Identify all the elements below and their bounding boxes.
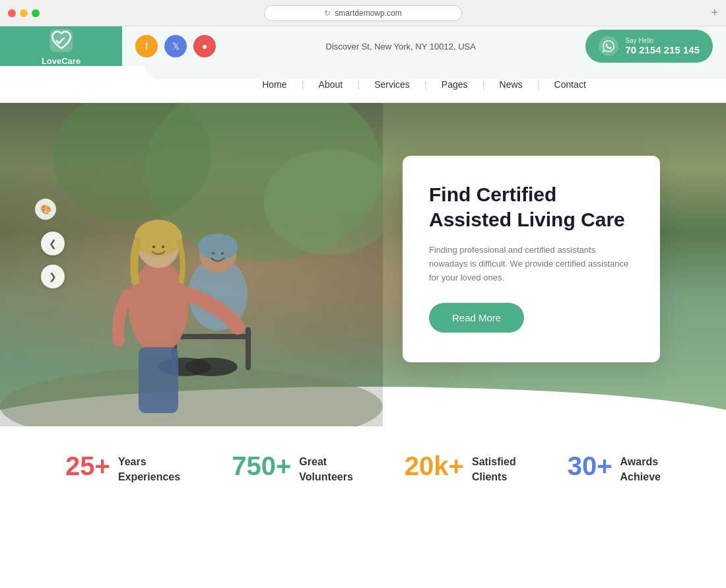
slider-prev-button[interactable]: ❮ [41,232,65,255]
traffic-lights [8,9,40,17]
top-address: Discover St, New York, NY 10012, USA [326,42,476,51]
site-wrapper: LoveCare f 𝕏 ● Discover St, New York, NY… [0,26,726,588]
logo-text: LoveCare [42,56,81,66]
twitter-icon[interactable]: 𝕏 [164,35,187,57]
refresh-icon: ↻ [324,9,331,18]
rss-icon[interactable]: ● [193,35,216,57]
stat-clients-number: 20k+ [405,453,464,479]
stat-years-label1: Years [118,455,180,468]
phone-number: 70 2154 215 145 [625,44,700,55]
palette-icon[interactable]: 🎨 [35,199,56,220]
hero-description: Finding professional and certified assis… [429,244,634,284]
stat-clients-label1: Satisfied [472,455,516,468]
read-more-button[interactable]: Read More [429,303,524,333]
stat-awards-number: 30+ [568,453,612,479]
url-text: smartdemowp.com [335,9,401,18]
maximize-button-chrome[interactable] [32,9,40,17]
minimize-button-chrome[interactable] [20,9,28,17]
browser-chrome: ↻ smartdemowp.com + [0,0,726,26]
hero-people-illustration [0,103,383,426]
stat-clients-label2: Clients [472,471,516,483]
say-hello-text: Say Hello 70 2154 215 145 [625,37,700,55]
social-icons: f 𝕏 ● [135,35,216,57]
stats-section: 25+ Years Experiences 750+ Great Volunte… [0,426,726,483]
logo-area[interactable]: LoveCare [0,26,122,66]
say-hello-button[interactable]: Say Hello 70 2154 215 145 [585,30,713,63]
stat-awards-label2: Achieve [620,471,661,483]
stat-awards: 30+ Awards Achieve [568,453,661,483]
stat-years: 25+ Years Experiences [65,453,180,483]
top-bar-content: f 𝕏 ● Discover St, New York, NY 10012, U… [122,30,726,63]
hero-card: Find Certified Assisted Living Care Find… [403,156,660,362]
slider-next-button[interactable]: ❯ [41,265,65,288]
close-button-chrome[interactable] [8,9,16,17]
whatsapp-icon [599,36,618,56]
hero-background: 🎨 ❮ ❯ Find Certified Assisted Living Car… [0,103,726,426]
stat-years-label2: Experiences [118,471,180,483]
stat-clients: 20k+ Satisfied Clients [405,453,516,483]
stat-volunteers-label1: Great [299,455,353,468]
new-tab-button[interactable]: + [711,6,718,20]
address-bar[interactable]: ↻ smartdemowp.com [264,5,462,21]
stat-volunteers-label2: Volunteers [299,471,353,483]
logo-icon [47,26,76,55]
hero-title: Find Certified Assisted Living Care [429,182,634,232]
stat-awards-label1: Awards [620,455,661,468]
header-top-bar: LoveCare f 𝕏 ● Discover St, New York, NY… [0,26,726,66]
facebook-icon[interactable]: f [135,35,158,57]
say-hello-label: Say Hello [625,37,700,44]
stat-volunteers: 750+ Great Volunteers [232,453,353,483]
stat-volunteers-number: 750+ [232,453,291,479]
svg-rect-21 [0,103,383,426]
hero-section: 🎨 ❮ ❯ Find Certified Assisted Living Car… [0,103,726,426]
stat-years-number: 25+ [65,453,110,479]
